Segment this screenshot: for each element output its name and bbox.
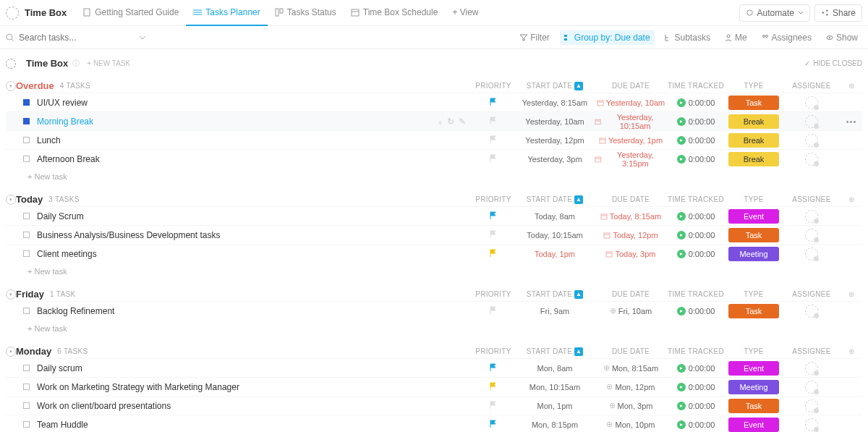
task-row[interactable]: Backlog Refinement Fri, 9am ⊕Fri, 10am 0… bbox=[6, 301, 862, 320]
assignee-cell[interactable] bbox=[783, 247, 841, 261]
task-row[interactable]: Morning Break ⬨ ↻ ✎ Yesterday, 10am Yest… bbox=[6, 111, 862, 130]
task-name[interactable]: Daily Scrum bbox=[37, 211, 472, 221]
task-row[interactable]: Lunch Yesterday, 12pm Yesterday, 1pm 0:0… bbox=[6, 130, 862, 149]
priority-cell[interactable] bbox=[472, 382, 515, 392]
tag-icon[interactable]: ⬨ bbox=[438, 117, 443, 127]
task-name[interactable]: Morning Break bbox=[37, 117, 438, 127]
priority-cell[interactable] bbox=[472, 98, 515, 108]
new-task-button[interactable]: + New task bbox=[6, 320, 862, 337]
due-date-cell[interactable]: Yesterday, 1pm bbox=[595, 136, 667, 145]
assignee-placeholder-icon[interactable] bbox=[805, 96, 818, 109]
time-tracked-cell[interactable]: 0:00:00 bbox=[667, 383, 725, 391]
col-time-tracked[interactable]: TIME TRACKED bbox=[667, 347, 725, 356]
assignee-cell[interactable] bbox=[783, 399, 841, 412]
col-type[interactable]: TYPE bbox=[725, 347, 783, 356]
start-date-cell[interactable]: Yesterday, 3pm bbox=[515, 155, 595, 164]
task-row[interactable]: Client meetings Today, 1pm Today, 3pm 0:… bbox=[6, 244, 862, 263]
type-cell[interactable]: Task bbox=[725, 304, 783, 318]
assignee-placeholder-icon[interactable] bbox=[805, 210, 818, 223]
col-time-tracked[interactable]: TIME TRACKED bbox=[667, 82, 725, 90]
start-date-cell[interactable]: Today, 1pm bbox=[515, 250, 595, 258]
chevron-down-icon[interactable] bbox=[139, 34, 146, 41]
due-date-cell[interactable]: ⊕Mon, 8:15am bbox=[595, 363, 667, 373]
play-icon[interactable] bbox=[677, 420, 686, 429]
info-icon[interactable]: ⓘ bbox=[72, 59, 80, 69]
task-row[interactable]: Team Huddle Mon, 8:15pm ⊕Mon, 10pm 0:00:… bbox=[6, 415, 862, 432]
col-due-date[interactable]: DUE DATE bbox=[595, 82, 667, 90]
col-priority[interactable]: PRIORITY bbox=[472, 82, 515, 90]
add-column-button[interactable]: ⊕ bbox=[841, 195, 862, 204]
type-cell[interactable]: Break bbox=[725, 133, 783, 148]
col-priority[interactable]: PRIORITY bbox=[472, 195, 515, 204]
task-name[interactable]: UI/UX review bbox=[37, 98, 472, 108]
subtasks-button[interactable]: Subtasks bbox=[660, 30, 715, 45]
section-header[interactable]: ▾ Monday 6 TASKS PRIORITY START DATE▲ DU… bbox=[6, 344, 862, 358]
start-date-cell[interactable]: Today, 10:15am bbox=[515, 231, 595, 240]
section-header[interactable]: ▾ Today 3 TASKS PRIORITY START DATE▲ DUE… bbox=[6, 192, 862, 206]
collapse-icon[interactable]: ▾ bbox=[6, 195, 16, 205]
type-cell[interactable]: Task bbox=[725, 96, 783, 110]
priority-cell[interactable] bbox=[472, 401, 515, 411]
time-tracked-cell[interactable]: 0:00:00 bbox=[667, 212, 725, 221]
time-tracked-cell[interactable]: 0:00:00 bbox=[667, 231, 725, 240]
priority-cell[interactable] bbox=[472, 363, 515, 373]
type-cell[interactable]: Event bbox=[725, 209, 783, 224]
status-square[interactable] bbox=[23, 365, 30, 371]
priority-cell[interactable] bbox=[472, 420, 515, 430]
assignee-placeholder-icon[interactable] bbox=[805, 229, 818, 242]
task-name[interactable]: Lunch bbox=[37, 135, 472, 145]
add-column-button[interactable]: ⊕ bbox=[841, 347, 862, 356]
assignee-cell[interactable] bbox=[783, 229, 841, 242]
collapse-icon[interactable]: ▾ bbox=[6, 347, 16, 357]
col-due-date[interactable]: DUE DATE bbox=[595, 195, 667, 204]
time-tracked-cell[interactable]: 0:00:00 bbox=[667, 364, 725, 373]
start-date-cell[interactable]: Today, 8am bbox=[515, 212, 595, 221]
task-row[interactable]: Work on client/board presentations Mon, … bbox=[6, 396, 862, 415]
type-cell[interactable]: Task bbox=[725, 399, 783, 413]
status-square[interactable] bbox=[23, 99, 30, 106]
assignee-placeholder-icon[interactable] bbox=[805, 134, 818, 147]
play-icon[interactable] bbox=[677, 231, 686, 240]
status-square[interactable] bbox=[23, 232, 30, 238]
edit-icon[interactable]: ✎ bbox=[459, 117, 466, 127]
automate-button[interactable]: Automate bbox=[739, 4, 810, 22]
start-date-cell[interactable]: Yesterday, 10am bbox=[515, 117, 595, 126]
add-column-button[interactable]: ⊕ bbox=[841, 290, 862, 299]
assignee-cell[interactable] bbox=[783, 134, 841, 147]
col-start-date[interactable]: START DATE▲ bbox=[515, 195, 595, 204]
start-date-cell[interactable]: Fri, 9am bbox=[515, 307, 595, 315]
task-row[interactable]: Daily scrum Mon, 8am ⊕Mon, 8:15am 0:00:0… bbox=[6, 358, 862, 377]
assignee-cell[interactable] bbox=[783, 362, 841, 375]
task-name[interactable]: Afternoon Break bbox=[37, 154, 472, 164]
assignee-placeholder-icon[interactable] bbox=[805, 399, 818, 412]
task-name[interactable]: Client meetings bbox=[37, 249, 472, 259]
priority-cell[interactable] bbox=[472, 117, 515, 127]
play-icon[interactable] bbox=[677, 136, 686, 145]
add-column-button[interactable]: ⊕ bbox=[841, 82, 862, 90]
section-header[interactable]: ▾ Friday 1 TASK PRIORITY START DATE▲ DUE… bbox=[6, 287, 862, 301]
play-icon[interactable] bbox=[677, 155, 686, 164]
type-cell[interactable]: Break bbox=[725, 152, 783, 166]
due-date-cell[interactable]: ⊕Mon, 12pm bbox=[595, 382, 667, 391]
priority-cell[interactable] bbox=[472, 230, 515, 240]
time-tracked-cell[interactable]: 0:00:00 bbox=[667, 420, 725, 429]
show-button[interactable]: Show bbox=[822, 30, 862, 45]
task-row[interactable]: Business Analysis/Business Development t… bbox=[6, 225, 862, 244]
assignees-button[interactable]: Assignees bbox=[757, 30, 816, 45]
assignee-placeholder-icon[interactable] bbox=[805, 418, 818, 431]
due-date-cell[interactable]: ⊕Fri, 10am bbox=[595, 306, 667, 315]
start-date-cell[interactable]: Yesterday, 8:15am bbox=[515, 98, 595, 107]
play-icon[interactable] bbox=[677, 364, 686, 373]
priority-cell[interactable] bbox=[472, 154, 515, 164]
start-date-cell[interactable]: Yesterday, 12pm bbox=[515, 136, 595, 145]
task-name[interactable]: Work on client/board presentations bbox=[37, 401, 472, 411]
tab-tasks-status[interactable]: Tasks Status bbox=[268, 0, 344, 26]
col-assignee[interactable]: ASSIGNEE bbox=[783, 195, 841, 204]
type-cell[interactable]: Break bbox=[725, 114, 783, 129]
col-time-tracked[interactable]: TIME TRACKED bbox=[667, 290, 725, 299]
col-assignee[interactable]: ASSIGNEE bbox=[783, 347, 841, 356]
time-tracked-cell[interactable]: 0:00:00 bbox=[667, 307, 725, 315]
play-icon[interactable] bbox=[677, 307, 686, 315]
due-date-cell[interactable]: ⊕Mon, 10pm bbox=[595, 420, 667, 429]
start-date-cell[interactable]: Mon, 10:15am bbox=[515, 383, 595, 391]
